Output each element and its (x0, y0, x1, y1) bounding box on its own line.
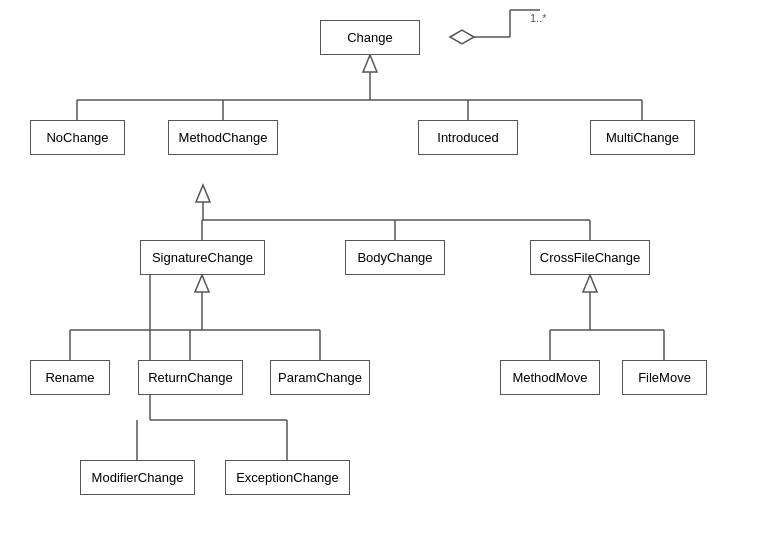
svg-text:1..*: 1..* (530, 12, 547, 24)
uml-box-paramchange: ParamChange (270, 360, 370, 395)
uml-box-rename: Rename (30, 360, 110, 395)
uml-box-multichange: MultiChange (590, 120, 695, 155)
uml-box-exceptionchange: ExceptionChange (225, 460, 350, 495)
uml-box-signaturechange: SignatureChange (140, 240, 265, 275)
svg-marker-29 (583, 275, 597, 292)
svg-marker-19 (195, 275, 209, 292)
uml-box-methodmove: MethodMove (500, 360, 600, 395)
uml-box-nochange: NoChange (30, 120, 125, 155)
uml-diagram: 1..* ChangeNo (0, 0, 777, 551)
uml-box-modifierchange: ModifierChange (80, 460, 195, 495)
uml-box-change: Change (320, 20, 420, 55)
uml-box-methodchange: MethodChange (168, 120, 278, 155)
svg-marker-7 (450, 30, 474, 44)
uml-box-bodychange: BodyChange (345, 240, 445, 275)
svg-marker-13 (196, 185, 210, 202)
uml-box-returnchange: ReturnChange (138, 360, 243, 395)
uml-box-crossfilechange: CrossFileChange (530, 240, 650, 275)
uml-box-filemove: FileMove (622, 360, 707, 395)
uml-box-introduced: Introduced (418, 120, 518, 155)
svg-marker-1 (363, 55, 377, 72)
